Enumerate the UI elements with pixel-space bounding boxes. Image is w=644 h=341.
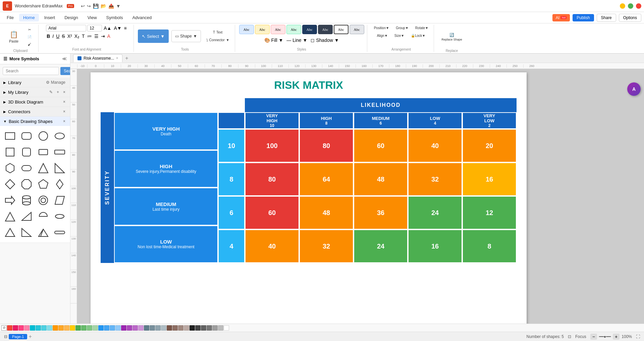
shape-right-tri3[interactable] [19, 225, 34, 240]
color-yellow[interactable] [70, 325, 75, 331]
align-icon[interactable]: ≡ [123, 25, 127, 31]
shape-tri-outline[interactable] [3, 225, 17, 240]
font-family-input[interactable] [46, 25, 86, 31]
shape-circle[interactable] [36, 129, 51, 143]
connector-button[interactable]: ⤵ Connector ▼ [204, 37, 232, 43]
minimize-button[interactable] [620, 3, 625, 9]
options-button[interactable]: Options [619, 14, 641, 22]
color-blue[interactable] [98, 325, 104, 331]
strikethrough-icon[interactable]: S [61, 33, 65, 40]
shape-rounded-rect2[interactable] [19, 161, 34, 176]
indent-icon[interactable]: ⇥ [100, 33, 106, 40]
fit-icon[interactable]: ⊡ [568, 334, 571, 339]
color-brown[interactable] [167, 325, 172, 331]
superscript-icon[interactable]: X² [67, 33, 73, 40]
sidebar-collapse-button[interactable]: ≪ [62, 56, 67, 61]
position-button[interactable]: Position▼ [371, 25, 392, 31]
manage-button[interactable]: ⚙ Manage [45, 80, 67, 85]
shape-rhombus[interactable] [52, 177, 67, 192]
rotate-button[interactable]: Rotate▼ [413, 25, 431, 31]
focus-button[interactable]: Focus [575, 334, 586, 339]
style-swatch-2[interactable]: Abc [255, 25, 270, 34]
maximize-button[interactable] [628, 3, 633, 9]
close-button[interactable] [636, 3, 641, 9]
3d-block-header[interactable]: ▶ 3D Block Diagram × [0, 97, 70, 107]
color-medium-gray[interactable] [207, 325, 212, 331]
menu-design[interactable]: Design [60, 14, 82, 21]
color-light-cyan[interactable] [41, 325, 47, 331]
style-swatch-5[interactable]: Abc [302, 25, 317, 34]
paste-button[interactable]: 📋 Paste [5, 25, 22, 49]
color-pink[interactable] [18, 325, 24, 331]
menu-advanced[interactable]: Advanced [128, 14, 156, 21]
menu-insert[interactable]: Insert [40, 14, 59, 21]
zoom-in-button[interactable]: + [613, 334, 620, 340]
shape-half-circle[interactable] [36, 209, 51, 224]
align-button[interactable]: Align▼ [374, 32, 390, 39]
search-input[interactable] [3, 67, 59, 75]
share-button[interactable]: Share [597, 14, 616, 22]
shape-arrow-right[interactable] [3, 193, 17, 208]
color-crimson[interactable] [13, 325, 18, 331]
shape-button[interactable]: ▭ Shape ▼ [171, 30, 201, 42]
connectors-header[interactable]: ▶ Connectors × [0, 107, 70, 116]
style-swatch-3[interactable]: Abc [271, 25, 285, 34]
style-swatch-8[interactable]: Abc [350, 25, 364, 34]
color-light-brown[interactable] [178, 325, 183, 331]
text-button[interactable]: T Text [204, 29, 232, 36]
shape-right-triangle[interactable] [52, 161, 67, 176]
list-icon[interactable]: ☰ [94, 33, 99, 40]
subscript-icon[interactable]: X₂ [74, 33, 80, 40]
basic-shapes-close-icon[interactable]: × [62, 119, 67, 124]
more-icon[interactable]: ▼ [116, 3, 121, 9]
shape-parallelogram[interactable] [52, 193, 67, 208]
decrease-font-icon[interactable]: A▼ [113, 25, 122, 31]
color-light-orange[interactable] [58, 325, 64, 331]
menu-home[interactable]: Home [19, 14, 39, 21]
bold-icon[interactable]: B [46, 33, 51, 40]
text-format-icon[interactable]: T [81, 33, 86, 40]
shadow-icon[interactable]: ◻ Shadow ▼ [310, 37, 339, 44]
color-black[interactable] [190, 325, 195, 331]
style-swatch-6[interactable]: Abc [318, 25, 333, 34]
tab-close-icon[interactable]: × [116, 56, 118, 60]
increase-font-icon[interactable]: A▲ [103, 25, 112, 31]
shape-right-tri2[interactable] [19, 209, 34, 224]
shape-circle-ring[interactable] [36, 193, 51, 208]
bullet-icon[interactable]: ≔ [87, 33, 93, 40]
canvas[interactable]: RISK MATRIX LIKELIHOOD [77, 69, 644, 324]
color-mint[interactable] [93, 325, 98, 331]
color-sky-blue[interactable] [110, 325, 115, 331]
3d-close-icon[interactable]: × [62, 99, 67, 105]
add-tab-button[interactable]: + [123, 55, 130, 62]
my-lib-edit-icon[interactable]: ✎ [48, 89, 54, 95]
lock-button[interactable]: 🔒Lock▼ [408, 32, 428, 39]
shape-rect-outline[interactable] [36, 145, 51, 159]
underline-icon[interactable]: U [55, 33, 60, 40]
italic-icon[interactable]: I [52, 33, 54, 40]
shape-diamond[interactable] [3, 177, 17, 192]
shape-rectangle[interactable] [3, 129, 17, 143]
shape-square[interactable] [3, 145, 17, 159]
color-medium-slate[interactable] [150, 325, 155, 331]
add-page-button[interactable]: + [29, 334, 32, 340]
shape-cylinder[interactable] [19, 193, 34, 208]
color-light-pink[interactable] [24, 325, 30, 331]
color-cyan[interactable] [30, 325, 35, 331]
page-tab-1[interactable]: Page-1 [9, 334, 27, 339]
font-size-input[interactable] [87, 25, 102, 31]
shape-octagon[interactable] [19, 177, 34, 192]
color-green[interactable] [75, 325, 81, 331]
basic-shapes-header[interactable]: ▼ Basic Drawing Shapes × [0, 117, 70, 126]
color-red[interactable] [7, 325, 12, 331]
color-light-slate[interactable] [155, 325, 161, 331]
undo-icon[interactable]: ↩ [81, 3, 85, 9]
user-avatar[interactable]: A [627, 82, 641, 96]
color-pale-green[interactable] [87, 325, 92, 331]
color-pale-purple[interactable] [138, 325, 144, 331]
my-lib-close-icon[interactable]: × [62, 89, 67, 95]
ai-button[interactable]: AI hot [552, 14, 570, 21]
color-orange[interactable] [53, 325, 58, 331]
page-layout-icon[interactable]: ⊟ [4, 334, 7, 339]
shape-triangle[interactable] [36, 161, 51, 176]
